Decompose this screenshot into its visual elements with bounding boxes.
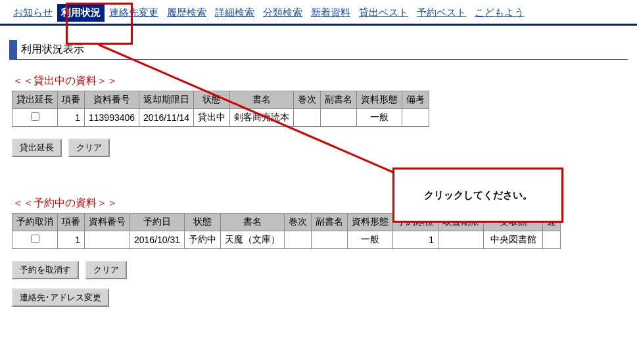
cell-pickup: 中央図書館 xyxy=(484,231,543,249)
tab-loan-best[interactable]: 貸出ベスト xyxy=(355,4,412,22)
col-subtitle: 副書名 xyxy=(321,91,357,109)
cell-subtitle xyxy=(312,231,348,249)
col-status: 状態 xyxy=(194,91,230,109)
col-material-no: 資料番号 xyxy=(85,91,139,109)
col-cancel: 予約取消 xyxy=(12,214,58,231)
col-vol: 巻次 xyxy=(285,214,312,231)
cancel-reserve-button[interactable]: 予約を取消す xyxy=(12,261,79,279)
col-title: 書名 xyxy=(221,214,285,231)
cell-num: 1 xyxy=(58,109,85,127)
cell-status: 予約中 xyxy=(185,231,221,249)
col-status: 状態 xyxy=(185,214,221,231)
tab-kids[interactable]: こどもよう xyxy=(471,4,528,22)
col-subtitle: 副書名 xyxy=(312,214,348,231)
cell-remarks xyxy=(402,109,429,127)
col-num: 項番 xyxy=(58,214,85,231)
cancel-checkbox[interactable] xyxy=(31,235,39,243)
tab-category-search[interactable]: 分類検索 xyxy=(259,4,306,22)
clear-button-2[interactable]: クリア xyxy=(85,261,127,279)
cell-num: 1 xyxy=(58,231,85,249)
cell-material-no: 113993406 xyxy=(85,109,139,127)
cell-return-date: 2016/11/14 xyxy=(139,109,194,127)
table-row: 1 113993406 2016/11/14 貸出中 剣客商売読本 一般 xyxy=(12,109,429,127)
col-reserve-date: 予約日 xyxy=(130,214,185,231)
col-type: 資料形態 xyxy=(348,214,393,231)
tab-detail-search[interactable]: 詳細検索 xyxy=(211,4,258,22)
col-num: 項番 xyxy=(58,91,85,109)
extend-button[interactable]: 貸出延長 xyxy=(12,139,62,157)
cell-subtitle xyxy=(321,109,357,127)
tab-news[interactable]: お知らせ xyxy=(9,4,57,22)
contact-change-button[interactable]: 連絡先･アドレス変更 xyxy=(12,288,109,307)
col-vol: 巻次 xyxy=(294,91,321,109)
cell-order: 1 xyxy=(393,231,438,249)
loan-table: 貸出延長 項番 資料番号 返却期限日 状態 書名 巻次 副書名 資料形態 備考 … xyxy=(12,91,429,127)
section-loan-label: ＜＜貸出中の資料＞＞ xyxy=(12,74,628,88)
cell-reserve-date: 2016/10/31 xyxy=(130,231,185,249)
col-remarks: 備考 xyxy=(402,91,429,109)
col-title: 書名 xyxy=(230,91,294,109)
col-type: 資料形態 xyxy=(357,91,402,109)
table-row: 1 2016/10/31 予約中 天魔（文庫） 一般 1 中央図書館 xyxy=(12,231,561,249)
tab-usage[interactable]: 利用状況 xyxy=(57,4,105,22)
cell-title: 剣客商売読本 xyxy=(230,109,294,127)
extend-checkbox[interactable] xyxy=(31,112,39,121)
col-extend: 貸出延長 xyxy=(12,91,58,109)
col-return-date: 返却期限日 xyxy=(139,91,194,109)
cell-title: 天魔（文庫） xyxy=(221,231,285,249)
callout-click: クリックしてください。 xyxy=(392,168,563,223)
cell-extra xyxy=(543,231,561,249)
clear-button[interactable]: クリア xyxy=(68,139,110,157)
tab-new-arrivals[interactable]: 新着資料 xyxy=(307,4,354,22)
cell-material-no xyxy=(85,231,130,249)
tab-bar: お知らせ 利用状況 連絡先変更 履歴検索 詳細検索 分類検索 新着資料 貸出ベス… xyxy=(0,0,637,26)
cell-type: 一般 xyxy=(348,231,393,249)
cell-hold xyxy=(438,231,484,249)
cell-vol xyxy=(285,231,312,249)
cell-vol xyxy=(294,109,321,127)
tab-history-search[interactable]: 履歴検索 xyxy=(163,4,210,22)
tab-reserve-best[interactable]: 予約ベスト xyxy=(413,4,470,22)
page-title: 利用状況表示 xyxy=(9,40,628,60)
col-material-no: 資料番号 xyxy=(85,214,130,231)
cell-type: 一般 xyxy=(357,109,402,127)
tab-contact-change[interactable]: 連絡先変更 xyxy=(105,4,162,22)
cell-status: 貸出中 xyxy=(194,109,230,127)
callout-text: クリックしてください。 xyxy=(424,189,532,202)
